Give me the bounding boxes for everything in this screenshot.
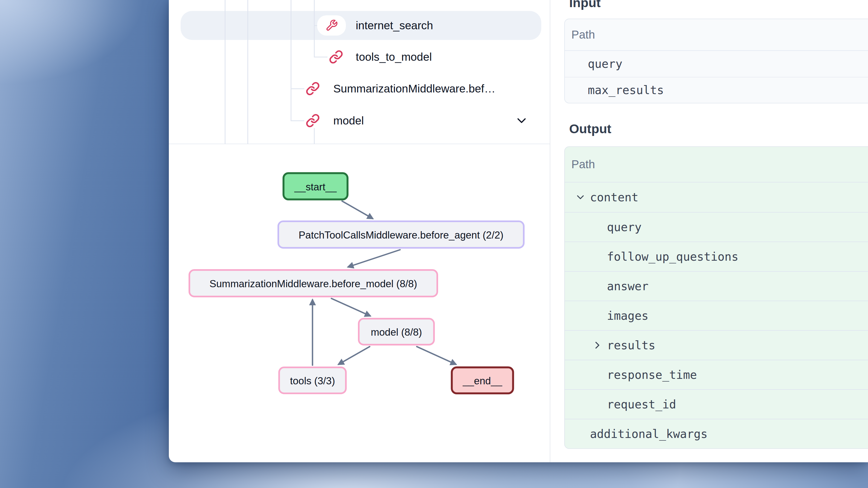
path-cell: additional_kwargs [590,427,708,441]
graph-edge-patch-before-agent-to-summarization-before-model [348,250,400,267]
tree-row[interactable]: internet_search [181,11,541,40]
graph-edge-start-to-patch-before-agent [342,201,373,219]
svg-text:SummarizationMiddleware.before: SummarizationMiddleware.before_model (8/… [210,278,417,289]
chevron-right-icon[interactable] [592,339,603,351]
path-column-header: Path [565,19,868,51]
chevron-down-icon[interactable] [575,192,586,203]
path-column-header: Path [565,147,868,183]
graph-canvas: __start__PatchToolCallsMiddleware.before… [169,145,550,462]
tree-row-label: tools_to_model [356,51,432,63]
tree-branch-tick [290,120,304,121]
tree-row[interactable]: tools_to_model [181,43,541,71]
tree-row-label: internet_search [356,19,433,32]
output-section-title: Output [569,121,611,136]
graph-node-end[interactable]: __end__ [452,367,513,393]
svg-text:tools (3/3): tools (3/3) [290,375,335,387]
input-path-table: Path query max_results [564,19,868,103]
input-path-rows: query max_results [565,51,868,103]
tree-branch-tick [314,57,328,58]
path-row[interactable]: additional_kwargs [565,419,868,448]
graph-edge-model-to-end [417,347,456,364]
link-icon [306,113,320,128]
wrench-icon [317,15,346,36]
tree-guide-line [225,0,225,144]
path-row[interactable]: follow_up_questions [565,241,868,271]
path-row[interactable]: request_id [565,389,868,419]
tree-row[interactable]: model [181,106,541,135]
trace-viewer-window: internet_search tools_to_model Summariza… [169,0,868,462]
path-cell: results [607,339,655,352]
output-path-table: Path content query follow_up_questions [564,147,868,449]
path-cell: max_results [588,84,664,97]
svg-text:__start__: __start__ [294,182,337,193]
screen: { "colors": { "accent_icon": "#d83a5e", … [0,0,868,488]
tree-row-label: model [333,115,364,127]
graph-edge-summarization-before-model-to-model [331,298,370,316]
path-row[interactable]: content [565,183,868,212]
path-row[interactable]: images [565,301,868,330]
tree-guide-line [247,0,248,144]
graph-node-model[interactable]: model (8/8) [359,319,434,345]
input-section-title: Input [569,0,601,10]
io-inspector-panel: Input Path query max_results Output Path [550,0,868,462]
svg-text:__end__: __end__ [462,375,502,387]
path-row[interactable]: max_results [565,77,868,103]
tree-row-label: SummarizationMiddleware.bef… [333,82,495,95]
graph-node-start[interactable]: __start__ [283,173,347,199]
tree-guide-line [314,128,315,144]
path-cell: answer [607,280,649,293]
chevron-down-icon[interactable] [515,113,529,128]
tree-guide-line [290,0,291,121]
link-icon [306,82,320,96]
path-cell: request_id [607,398,676,411]
path-row[interactable]: results [565,330,868,360]
path-row[interactable]: query [565,212,868,241]
tree-row[interactable]: SummarizationMiddleware.bef… [181,74,541,103]
path-cell: follow_up_questions [607,250,738,263]
link-icon [329,50,343,64]
path-cell: query [588,57,622,71]
path-row[interactable]: answer [565,271,868,301]
output-path-rows: content query follow_up_questions answer… [565,183,868,448]
path-cell: content [590,191,639,204]
span-tree-panel: internet_search tools_to_model Summariza… [169,0,550,144]
svg-text:model (8/8): model (8/8) [371,327,422,338]
tree-guide-line [314,0,315,57]
path-cell: response_time [607,368,697,382]
graph-panel: __start__PatchToolCallsMiddleware.before… [169,145,550,462]
tree-branch-tick [290,88,304,89]
path-row[interactable]: query [565,51,868,77]
graph-edge-model-to-tools [339,347,370,364]
svg-text:PatchToolCallsMiddleware.befor: PatchToolCallsMiddleware.before_agent (2… [299,229,503,241]
graph-node-summarization-before-model[interactable]: SummarizationMiddleware.before_model (8/… [189,270,437,296]
path-cell: query [607,221,642,234]
path-row[interactable]: response_time [565,360,868,389]
graph-node-patch-before-agent[interactable]: PatchToolCallsMiddleware.before_agent (2… [278,221,524,248]
path-cell: images [607,309,649,323]
graph-node-tools[interactable]: tools (3/3) [279,367,346,393]
